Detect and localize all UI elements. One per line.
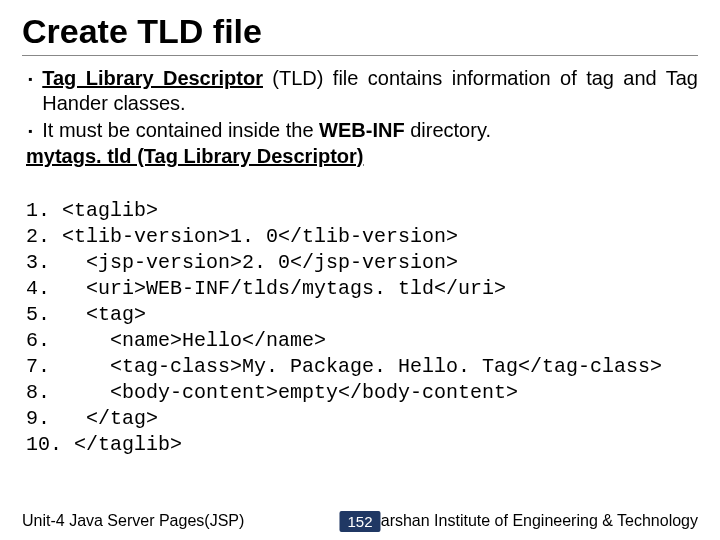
list-item: ▪ Tag Library Descriptor (TLD) file cont… (26, 66, 698, 116)
list-item: ▪ It must be contained inside the WEB-IN… (26, 118, 698, 143)
page-number: 152 (339, 511, 380, 532)
code-line: 2. <tlib-version>1. 0</tlib-version> (26, 225, 458, 248)
bullet-icon: ▪ (26, 118, 42, 143)
bullet-icon: ▪ (26, 66, 42, 116)
footer: Unit-4 Java Server Pages(JSP) 152 Darsha… (0, 512, 720, 530)
slide-title: Create TLD file (22, 12, 698, 56)
subheading: mytags. tld (Tag Library Descriptor) (26, 145, 698, 168)
term: Tag Library Descriptor (42, 67, 263, 89)
text: It must be contained inside the (42, 119, 319, 141)
code-line: 1. <taglib> (26, 199, 158, 222)
code-line: 4. <uri>WEB-INF/tlds/mytags. tld</uri> (26, 277, 506, 300)
code-block: 1. <taglib> 2. <tlib-version>1. 0</tlib-… (26, 172, 698, 458)
code-line: 7. <tag-class>My. Package. Hello. Tag</t… (26, 355, 662, 378)
term: WEB-INF (319, 119, 405, 141)
code-line: 6. <name>Hello</name> (26, 329, 326, 352)
bullet-list: ▪ Tag Library Descriptor (TLD) file cont… (26, 66, 698, 143)
text: directory. (405, 119, 491, 141)
code-line: 10. </taglib> (26, 433, 182, 456)
footer-right: Darshan Institute of Engineering & Techn… (369, 512, 698, 530)
slide: Create TLD file ▪ Tag Library Descriptor… (0, 0, 720, 458)
code-line: 8. <body-content>empty</body-content> (26, 381, 518, 404)
code-line: 9. </tag> (26, 407, 158, 430)
footer-left: Unit-4 Java Server Pages(JSP) (22, 512, 244, 530)
bullet-text: Tag Library Descriptor (TLD) file contai… (42, 66, 698, 116)
code-line: 5. <tag> (26, 303, 146, 326)
code-line: 3. <jsp-version>2. 0</jsp-version> (26, 251, 458, 274)
bullet-text: It must be contained inside the WEB-INF … (42, 118, 698, 143)
